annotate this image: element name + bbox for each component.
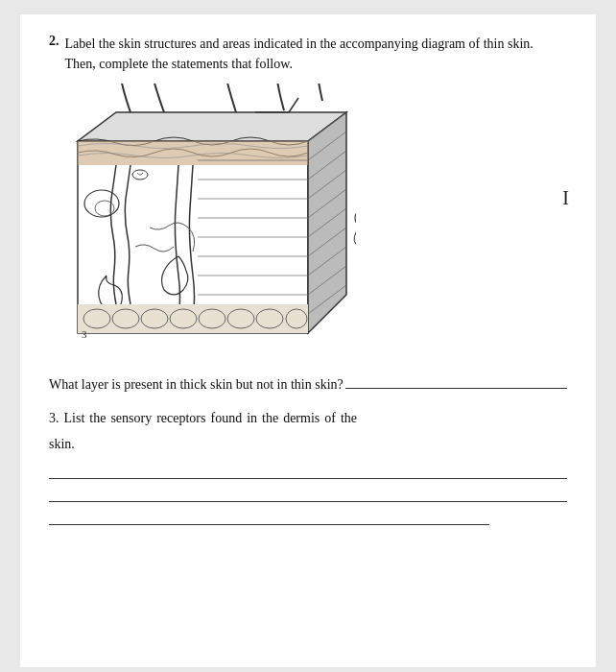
question-3-row-2: skin.: [49, 432, 567, 456]
question-3-word-4: in: [247, 406, 257, 430]
question-3-word-1: sensory: [110, 406, 152, 430]
question-3-row: 3. List the sensory receptors found in t…: [49, 406, 567, 430]
answer-line-1: [49, 462, 567, 479]
skin-diagram: 3: [49, 84, 356, 362]
question-3-word-8: the: [341, 406, 357, 430]
question-3-word-2: receptors: [156, 406, 205, 430]
what-layer-text: What layer is present in thick skin but …: [49, 377, 344, 393]
svg-text:3: 3: [82, 328, 87, 340]
question-3-word-5: the: [262, 406, 278, 430]
what-layer-question: What layer is present in thick skin but …: [49, 377, 567, 393]
question-2-number: 2.: [49, 34, 59, 49]
answer-line-3: [49, 508, 489, 525]
question-3-word-7: of: [324, 406, 336, 430]
what-layer-answer-line: [345, 388, 567, 389]
question-2-block: 2. Label the skin structures and areas i…: [49, 34, 567, 362]
question-3-word-3: found: [210, 406, 242, 430]
answer-line-2: [49, 485, 567, 502]
question-3-number: 3.: [49, 406, 59, 430]
question-3-last-word: skin.: [49, 432, 75, 456]
question-3-word-0: the: [89, 406, 106, 430]
svg-marker-2: [78, 112, 346, 141]
diagram-container: 3: [49, 84, 567, 362]
question-3-block: 3. List the sensory receptors found in t…: [49, 406, 567, 525]
cursor-symbol: I: [562, 187, 569, 209]
question-3-label: List: [64, 406, 85, 430]
question-2-text: Label the skin structures and areas indi…: [65, 34, 568, 74]
question-2-header: 2. Label the skin structures and areas i…: [49, 34, 567, 74]
question-3-word-6: dermis: [283, 406, 320, 430]
page: 2. Label the skin structures and areas i…: [20, 14, 596, 667]
